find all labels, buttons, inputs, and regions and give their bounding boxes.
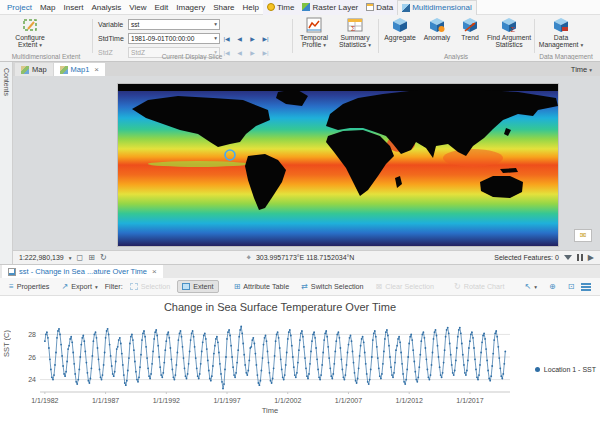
tab-edit[interactable]: Edit (150, 0, 172, 15)
svg-text:1/1/1987: 1/1/1987 (92, 397, 119, 404)
configure-extent-button[interactable]: Configure Extent ▾ (6, 17, 54, 50)
warm-pool-west-pacific (443, 149, 503, 167)
view-tab-map[interactable]: Map (15, 63, 53, 76)
export-button[interactable]: ↗Export▾ (56, 280, 102, 293)
properties-button[interactable]: ≡Properties (4, 280, 54, 293)
anomaly-icon (429, 17, 445, 33)
close-icon[interactable]: × (152, 267, 157, 276)
zoom-in-button[interactable]: ⊕ (544, 280, 561, 293)
dropdown-caret-icon: ▾ (534, 284, 537, 290)
tab-multidimensional[interactable]: Multidimensional (397, 0, 477, 15)
tab-analysis[interactable]: Analysis (87, 0, 125, 15)
trend-button[interactable]: Trend (456, 17, 484, 41)
step-back-button[interactable]: ◀ (233, 35, 246, 42)
tab-time[interactable]: Time (263, 0, 298, 15)
zoom-full-extent-button[interactable]: ⊡ (563, 280, 580, 293)
filter-extent-button[interactable]: Extent (177, 280, 218, 293)
anomaly-button[interactable]: Anomaly (420, 17, 454, 41)
svg-text:1/1/2007: 1/1/2007 (335, 397, 362, 404)
filter-selection-button[interactable]: Selection (125, 280, 176, 293)
map-scale-value[interactable]: 1:222,980,139 (19, 254, 64, 261)
stdtime-dropdown[interactable]: 1981-09-01T00:00:00▾ (128, 33, 220, 44)
chart-tab[interactable]: sst - Change in Sea ...ature Over Time × (2, 265, 163, 278)
scale-dropdown-caret-icon[interactable]: ▾ (69, 255, 72, 261)
clear-selection-button[interactable]: ⊠Clear Selection (371, 280, 439, 293)
switch-selection-button[interactable]: ⇄Switch Selection (296, 280, 368, 293)
temporal-profile-button[interactable]: Temporal Profile ▾ (296, 17, 332, 50)
selection-tool-icon[interactable]: ◻ (77, 253, 84, 262)
svg-text:1/1/1982: 1/1/1982 (31, 397, 58, 404)
rotate-chart-button[interactable]: ↻Rotate Chart (449, 280, 509, 293)
temporal-profile-icon (306, 17, 322, 33)
variable-dropdown[interactable]: sst▾ (128, 19, 220, 30)
step-last-button[interactable]: ▶| (259, 35, 272, 42)
tab-view[interactable]: View (125, 0, 150, 15)
step-icon[interactable]: ▶ (588, 253, 594, 262)
refresh-icon[interactable]: ↻ (100, 253, 107, 262)
svg-text:28: 28 (28, 331, 36, 338)
selection-icon (130, 283, 138, 290)
selected-features-count: Selected Features: 0 (494, 254, 559, 261)
view-tab-bar: Map Map1 × Time▾ (13, 62, 600, 76)
find-argument-statistics-button[interactable]: Σ Find Argument Statistics (486, 17, 532, 49)
grid-tool-icon[interactable]: ⊞ (88, 253, 95, 262)
step-first-button[interactable]: |◀ (220, 35, 233, 42)
switch-selection-icon: ⇄ (301, 282, 308, 291)
contents-pane-collapsed[interactable]: Contents (0, 62, 13, 264)
tab-raster-layer[interactable]: Raster Layer (298, 0, 362, 15)
tab-project[interactable]: Project (3, 0, 36, 15)
tab-share[interactable]: Share (209, 0, 238, 15)
chart-x-axis-label: Time (0, 406, 540, 415)
step-forward-button[interactable]: ▶ (246, 35, 259, 42)
contents-pane-label: Contents (3, 68, 10, 264)
raster-icon (302, 3, 310, 11)
map-coordinates: 303.9957173°E 118.7152034°N (256, 254, 355, 261)
aggregate-button[interactable]: Aggregate (382, 17, 418, 41)
map-status-bar: 1:222,980,139 ▾ ◻ ⊞ ↻ ⌖ 303.9957173°E 11… (13, 250, 600, 264)
sst-world-map[interactable] (118, 84, 558, 246)
pause-icon[interactable] (577, 254, 583, 261)
close-icon[interactable]: × (94, 65, 99, 74)
attribute-table-button[interactable]: ⊞Attribute Table (229, 280, 295, 293)
group-separator (92, 19, 93, 53)
rotate-chart-icon: ↻ (454, 282, 461, 291)
dropdown-caret-icon: ▾ (368, 42, 371, 48)
tab-data[interactable]: Data (362, 0, 397, 15)
data-management-icon (553, 17, 569, 33)
data-management-button[interactable]: Data Management ▾ (538, 17, 584, 50)
summary-statistics-button[interactable]: Summary Statistics ▾ (334, 17, 376, 50)
group-label-analysis: Analysis (378, 53, 534, 60)
svg-text:1/1/2012: 1/1/2012 (396, 397, 423, 404)
tab-help[interactable]: Help (239, 0, 263, 15)
summary-statistics-icon (347, 17, 363, 33)
group-label-multidimensional-extent: Multidimensional Extent (0, 53, 92, 60)
clear-selection-icon: ⊠ (376, 282, 383, 291)
chart-legend[interactable]: Location 1 - SST (535, 366, 596, 373)
tab-imagery[interactable]: Imagery (172, 0, 209, 15)
locate-icon[interactable]: ⌖ (246, 253, 251, 263)
sst-line-chart[interactable]: 2426281/1/19821/1/19871/1/19921/1/19971/… (14, 318, 518, 412)
extent-icon (182, 283, 190, 290)
aggregate-icon (392, 17, 408, 33)
group-separator (378, 19, 379, 53)
map-notification-button[interactable]: ✉ (574, 229, 592, 242)
svg-text:Σ: Σ (511, 25, 516, 33)
map-view[interactable]: ✉ (13, 76, 600, 250)
dropdown-caret-icon: ▾ (323, 42, 326, 48)
filter-icon[interactable] (564, 255, 572, 260)
chevron-down-icon: ▾ (589, 67, 592, 73)
view-tab-map1[interactable]: Map1 × (54, 63, 105, 76)
tab-insert[interactable]: Insert (59, 0, 87, 15)
map-icon (21, 66, 29, 74)
svg-text:1/1/1992: 1/1/1992 (153, 397, 180, 404)
table-icon: ⊞ (234, 282, 241, 291)
configure-extent-icon (22, 17, 38, 33)
envelope-icon: ✉ (580, 231, 587, 240)
tab-map[interactable]: Map (36, 0, 60, 15)
group-separator (534, 19, 535, 53)
time-dropdown-button[interactable]: Time▾ (571, 63, 592, 76)
chart-list-button[interactable] (581, 283, 591, 291)
svg-text:1/1/2017: 1/1/2017 (456, 397, 483, 404)
cursor-mode-button[interactable]: ↖▾ (520, 280, 542, 293)
map-icon (60, 66, 68, 74)
